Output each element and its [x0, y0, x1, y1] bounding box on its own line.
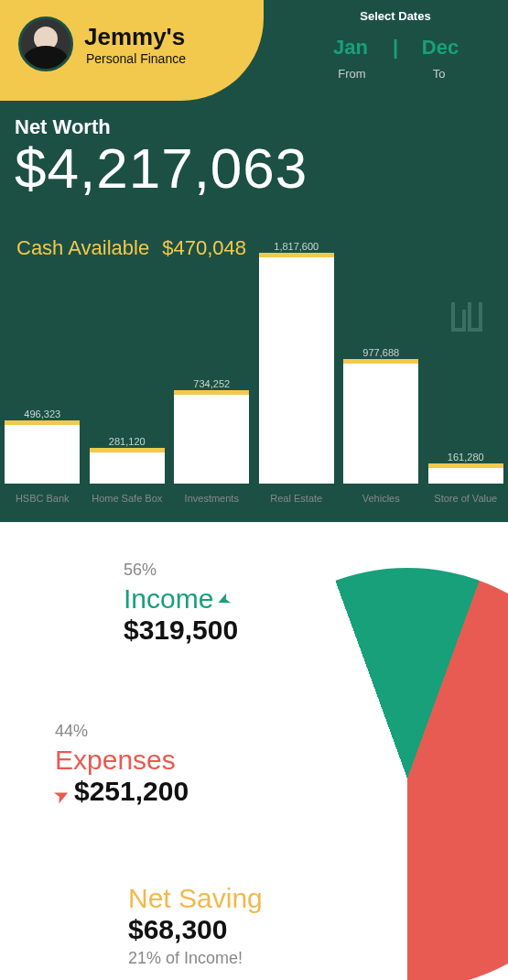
networth-amount: $4,217,063	[15, 136, 308, 201]
date-selector: Select Dates Jan | Dec From To	[308, 9, 482, 81]
bottom-panel: 56% Income➤ $319,500 44% Expenses ➤$251,…	[0, 522, 508, 980]
saving-title: Net Saving	[128, 883, 263, 914]
bar-1: 281,120Home Safe Box	[85, 448, 170, 504]
expenses-pct: 44%	[55, 722, 189, 741]
bar-label: Vehicles	[362, 493, 400, 504]
expenses-amount: $251,200	[74, 776, 189, 806]
networth-block: Net Worth $4,217,063	[15, 115, 308, 201]
income-amount: $319,500	[124, 615, 238, 646]
expenses-block: 44% Expenses ➤$251,200	[55, 722, 189, 807]
cash-label: Cash Available	[16, 236, 149, 259]
expenses-title: Expenses	[55, 745, 189, 776]
from-month[interactable]: Jan	[308, 36, 393, 60]
bar-label: Investments	[185, 493, 239, 504]
hero-panel: Jemmy's Personal Finance Select Dates Ja…	[0, 0, 508, 522]
income-title: Income	[124, 583, 213, 614]
bar-3: 1,817,600Real Estate	[254, 253, 340, 504]
income-pct: 56%	[124, 561, 238, 580]
saving-amount: $68,300	[128, 914, 263, 945]
from-label: From	[308, 67, 395, 81]
cash-amount: $470,048	[162, 236, 246, 259]
bar-5: 161,280Store of Value	[424, 463, 509, 504]
bar-value: 977,688	[362, 347, 399, 358]
profile-name: Jemmy's	[84, 23, 186, 51]
dates-title: Select Dates	[308, 9, 482, 23]
bar-value: 1,817,600	[274, 241, 319, 252]
profile-subtitle: Personal Finance	[84, 51, 186, 66]
bar-label: HSBC Bank	[16, 493, 70, 504]
saving-block: Net Saving $68,300 21% of Income!	[128, 883, 263, 968]
arrow-down-icon: ➤	[213, 589, 234, 613]
bar-0: 496,323HSBC Bank	[0, 420, 85, 504]
income-block: 56% Income➤ $319,500	[124, 561, 238, 646]
profile-badge: Jemmy's Personal Finance	[0, 0, 264, 101]
arrow-up-icon: ➤	[51, 783, 72, 807]
bar-label: Real Estate	[270, 493, 322, 504]
bar-value: 281,120	[109, 436, 146, 447]
bar-4: 977,688Vehicles	[339, 359, 424, 504]
networth-bar-chart: 496,323HSBC Bank281,120Home Safe Box734,…	[0, 258, 508, 504]
to-label: To	[395, 67, 482, 81]
bar-label: Store of Value	[434, 493, 497, 504]
avatar	[18, 16, 73, 71]
bar-value: 734,252	[193, 378, 230, 389]
bar-value: 496,323	[24, 408, 60, 419]
bar-value: 161,280	[448, 452, 484, 463]
saving-subtitle: 21% of Income!	[128, 949, 263, 968]
bar-2: 734,252Investments	[169, 390, 254, 504]
cash-block: Cash Available $470,048	[16, 236, 246, 260]
bar-label: Home Safe Box	[92, 493, 162, 504]
to-month[interactable]: Dec	[398, 36, 482, 60]
